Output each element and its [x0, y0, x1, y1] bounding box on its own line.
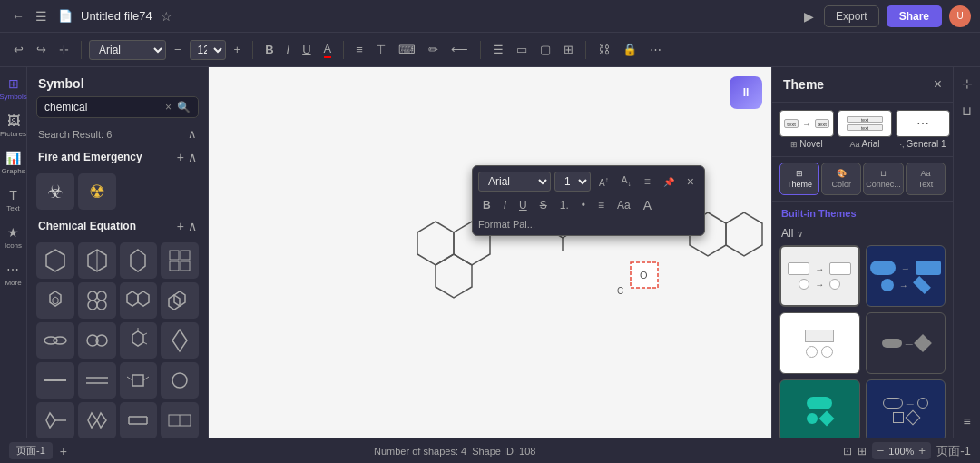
- format-aa-button[interactable]: Aa: [612, 196, 635, 214]
- theme-option-3[interactable]: [779, 312, 860, 374]
- format-ul-button[interactable]: •: [577, 196, 590, 214]
- hazard-symbol[interactable]: ☣: [36, 173, 74, 210]
- font-size-select[interactable]: 12: [190, 40, 226, 60]
- menu-button[interactable]: ☰: [33, 6, 50, 26]
- search-input[interactable]: [44, 101, 160, 113]
- chemical-item-16[interactable]: [161, 362, 199, 399]
- star-icon[interactable]: ☆: [158, 6, 175, 26]
- connect-tab[interactable]: ⊔Connec...: [863, 163, 904, 195]
- chemical-item-13[interactable]: [36, 362, 74, 399]
- arial-theme-card[interactable]: text text Aa Arial: [838, 110, 892, 149]
- panel-close-button[interactable]: ×: [934, 76, 942, 93]
- format-bold-button[interactable]: B: [478, 196, 495, 214]
- format-italic-button[interactable]: I: [499, 196, 511, 214]
- format-font-select[interactable]: Arial: [478, 172, 551, 192]
- back-button[interactable]: ←: [9, 6, 27, 26]
- collapse-button[interactable]: ∧: [188, 127, 197, 141]
- format-align2-button[interactable]: ≡: [593, 196, 609, 214]
- grid-button[interactable]: ⊞: [858, 445, 867, 458]
- collapse-chemical-button[interactable]: ∧: [188, 219, 197, 233]
- redo-button[interactable]: ↪: [32, 40, 51, 59]
- cursor-button[interactable]: ⊹: [54, 40, 74, 59]
- theme-option-6[interactable]: —: [866, 379, 946, 438]
- canvas-area[interactable]: II Arial 12 A↑ A↓ ≡ 📌 × B I U S: [209, 67, 771, 438]
- selected-shape[interactable]: O: [631, 262, 658, 288]
- format-close-button[interactable]: ×: [682, 172, 699, 192]
- chemical-item-20[interactable]: [161, 402, 199, 438]
- zoom-out-button[interactable]: −: [877, 444, 885, 458]
- icons-nav[interactable]: ★ Icons: [3, 222, 24, 253]
- underline-button[interactable]: U: [298, 40, 315, 59]
- text-nav[interactable]: T Text: [5, 184, 22, 216]
- chemical-item-1[interactable]: [36, 242, 74, 279]
- list-button[interactable]: ☰: [488, 40, 508, 59]
- page-1-selector[interactable]: 页面-1: [9, 442, 53, 459]
- export-button[interactable]: Export: [824, 5, 879, 27]
- theme-option-4[interactable]: —: [866, 312, 946, 374]
- format-strike-button[interactable]: S: [535, 196, 552, 214]
- font-select[interactable]: Arial: [89, 40, 166, 60]
- bold-button[interactable]: B: [260, 40, 278, 59]
- radiation-symbol[interactable]: ☢: [78, 173, 116, 210]
- font-increase[interactable]: +: [230, 40, 246, 59]
- color-tab[interactable]: 🎨Color: [821, 163, 861, 195]
- more-nav[interactable]: ⋯ More: [3, 259, 23, 291]
- theme-option-2[interactable]: → →: [866, 245, 946, 307]
- align-left-button[interactable]: ≡: [351, 40, 368, 59]
- collapse-section-button[interactable]: ∧: [188, 150, 197, 164]
- more-button[interactable]: ⋯: [645, 40, 666, 59]
- chemical-item-18[interactable]: [78, 402, 116, 438]
- search-clear-icon[interactable]: ×: [165, 101, 172, 113]
- add-chemical-button[interactable]: +: [177, 219, 184, 233]
- symbols-nav[interactable]: ⊞ Symbols: [0, 73, 29, 104]
- chemical-item-15[interactable]: [120, 362, 158, 399]
- add-section-button[interactable]: +: [177, 150, 184, 164]
- theme-tab[interactable]: ⊞Theme: [779, 163, 819, 195]
- format-underline-button[interactable]: U: [514, 196, 532, 214]
- general-theme-card[interactable]: ⋯ ·, General 1: [896, 110, 950, 149]
- chemical-item-5[interactable]: [36, 282, 74, 319]
- graphs-nav[interactable]: 📊 Graphs: [0, 147, 27, 179]
- lock-button[interactable]: 🔒: [618, 40, 642, 59]
- chemical-item-7[interactable]: [120, 282, 158, 319]
- rect-button[interactable]: ▭: [512, 40, 532, 59]
- chemical-item-8[interactable]: [161, 282, 199, 319]
- format-button[interactable]: ⌨: [394, 40, 420, 59]
- add-page-button[interactable]: +: [60, 444, 67, 458]
- font-color-button[interactable]: A: [319, 39, 337, 61]
- chemical-item-11[interactable]: [120, 322, 158, 359]
- strip-cursor-button[interactable]: ⊹: [958, 73, 976, 94]
- chemical-item-17[interactable]: [36, 402, 74, 438]
- canvas-shapes-svg[interactable]: C O C: [209, 67, 771, 438]
- chemical-item-6[interactable]: [78, 282, 116, 319]
- roundrect-button[interactable]: ▢: [535, 40, 555, 59]
- share-button[interactable]: Share: [887, 5, 942, 27]
- table-button[interactable]: ⊞: [559, 40, 578, 59]
- chemical-item-2[interactable]: [78, 242, 116, 279]
- chemical-item-12[interactable]: [161, 322, 199, 359]
- strip-expand-button[interactable]: ⊔: [958, 100, 975, 122]
- play-button[interactable]: ▶: [801, 6, 817, 26]
- avatar[interactable]: U: [949, 5, 971, 27]
- link-button[interactable]: ⛓: [593, 40, 614, 59]
- fit-button[interactable]: ⊡: [843, 445, 852, 458]
- font-grow-button[interactable]: A↑: [594, 172, 613, 191]
- chemical-item-14[interactable]: [78, 362, 116, 399]
- chemical-item-9[interactable]: [36, 322, 74, 359]
- chemical-item-3[interactable]: [120, 242, 158, 279]
- pen-button[interactable]: ✏: [424, 40, 443, 59]
- format-large-a-button[interactable]: A: [639, 195, 656, 215]
- chemical-item-19[interactable]: [120, 402, 158, 438]
- format-ol-button[interactable]: 1.: [555, 196, 573, 214]
- chemical-item-4[interactable]: [161, 242, 199, 279]
- connector-button[interactable]: ⟵: [446, 40, 473, 59]
- strip-settings-button[interactable]: ≡: [959, 410, 974, 432]
- undo-button[interactable]: ↩: [9, 40, 28, 59]
- pictures-nav[interactable]: 🖼 Pictures: [0, 110, 28, 142]
- format-align-button[interactable]: ≡: [640, 172, 655, 191]
- zoom-in-button[interactable]: +: [918, 444, 926, 458]
- font-decrease[interactable]: −: [170, 40, 186, 59]
- valign-button[interactable]: ⊤: [371, 40, 390, 59]
- file-icon[interactable]: 📄: [55, 6, 75, 25]
- italic-button[interactable]: I: [282, 40, 295, 59]
